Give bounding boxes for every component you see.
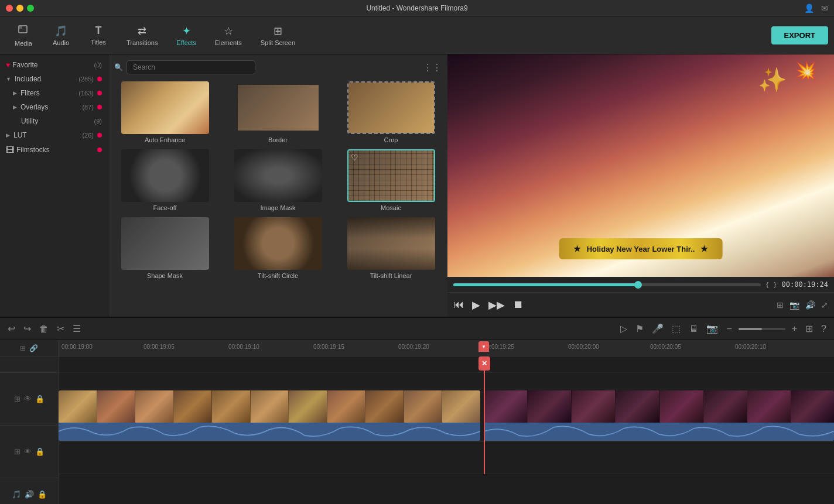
tiltshift-circle-label: Tilt-shift Circle bbox=[258, 272, 298, 279]
audio-track-grid-icon[interactable]: ⊞ bbox=[14, 447, 20, 456]
preview-snapshot-icon[interactable]: 📷 bbox=[789, 300, 799, 310]
titles-label: Titles bbox=[91, 39, 106, 46]
chevron-right-icon: ▶ bbox=[13, 90, 17, 96]
track-grid-icon[interactable]: ⊞ bbox=[14, 395, 20, 403]
tiltshift-linear-thumb bbox=[347, 217, 435, 270]
sidebar-item-favorite[interactable]: ♥ Favorite (0) bbox=[0, 58, 108, 72]
caption-icon[interactable]: ⬚ bbox=[670, 321, 682, 336]
effect-image-mask[interactable]: Image Mask bbox=[227, 149, 329, 211]
sidebar-utility-count: (9) bbox=[94, 118, 102, 125]
effect-mosaic[interactable]: ♡ Mosaic bbox=[340, 149, 442, 211]
track-lock-icon[interactable]: 🔒 bbox=[35, 395, 45, 403]
media-icon bbox=[18, 23, 29, 38]
preview-time-display: 00:00:19:24 bbox=[782, 280, 828, 289]
svg-rect-1 bbox=[19, 26, 22, 29]
effect-face-off[interactable]: Face-off bbox=[114, 149, 216, 211]
timeline-scrollable[interactable]: 00:00:19:00 00:00:19:05 00:00:19:10 00:0… bbox=[59, 340, 834, 504]
splitscreen-label: Split Screen bbox=[261, 39, 295, 46]
zoom-out-icon[interactable]: − bbox=[724, 322, 733, 336]
toolbar-effects[interactable]: ✦ Effects bbox=[168, 21, 204, 50]
link-icon[interactable]: 🔗 bbox=[29, 344, 38, 352]
titlebar: Untitled - Wondershare Filmora9 👤 ✉ bbox=[0, 0, 834, 16]
zoom-slider[interactable] bbox=[739, 328, 785, 330]
flag-icon[interactable]: ⚑ bbox=[634, 321, 645, 336]
preview-scrubber[interactable] bbox=[634, 281, 642, 289]
sidebar-item-filmstocks[interactable]: 🎞 Filmstocks bbox=[0, 142, 108, 157]
audio-track-eye-icon[interactable]: 👁 bbox=[24, 447, 32, 456]
toolbar-elements[interactable]: ☆ Elements bbox=[207, 21, 250, 50]
effect-tiltshift-linear[interactable]: Tilt-shift Linear bbox=[340, 217, 442, 279]
undo-button[interactable]: ↩ bbox=[6, 321, 17, 336]
preview-progress-bar[interactable] bbox=[453, 283, 761, 286]
sidebar-item-filters[interactable]: ▶ Filters (163) bbox=[0, 86, 108, 100]
mic-icon[interactable]: 🎤 bbox=[650, 321, 665, 336]
track-eye-icon[interactable]: 👁 bbox=[24, 395, 32, 403]
toolbar-transitions[interactable]: ⇄ Transitions bbox=[118, 21, 166, 50]
play-timeline-icon[interactable]: ▷ bbox=[618, 321, 629, 336]
crop-label: Crop bbox=[384, 136, 398, 143]
screen-record-icon[interactable]: 🖥 bbox=[687, 322, 700, 336]
traffic-lights bbox=[6, 5, 34, 12]
video-clip-left[interactable] bbox=[59, 390, 480, 441]
grid-view-icon[interactable]: ⋮⋮ bbox=[423, 62, 442, 73]
toolbar-audio[interactable]: 🎵 Audio bbox=[43, 21, 78, 50]
playhead-line bbox=[484, 356, 485, 474]
tl-right-tools: ▷ ⚑ 🎤 ⬚ 🖥 📷 − + ⊞ ? bbox=[618, 321, 828, 336]
video-track-controls: ⊞ 👁 🔒 bbox=[0, 373, 58, 426]
list-button[interactable]: ☰ bbox=[71, 321, 83, 336]
music-lock-icon[interactable]: 🔒 bbox=[37, 490, 47, 499]
minimize-button[interactable] bbox=[16, 5, 23, 12]
snapshot-tl-icon[interactable]: 📷 bbox=[705, 321, 720, 336]
effect-tiltshift-circle[interactable]: Tilt-shift Circle bbox=[227, 217, 329, 279]
effects-grid: Auto Enhance Border Crop bbox=[114, 81, 442, 279]
export-button[interactable]: EXPORT bbox=[771, 26, 828, 44]
toolbar-media[interactable]: Media bbox=[6, 20, 41, 50]
maximize-button[interactable] bbox=[27, 5, 34, 12]
effect-crop[interactable]: Crop bbox=[340, 81, 442, 143]
help-icon[interactable]: ? bbox=[819, 322, 828, 336]
delete-button[interactable]: 🗑 bbox=[37, 322, 50, 336]
sidebar-included-label: Included bbox=[15, 75, 76, 83]
effect-auto-enhance[interactable]: Auto Enhance bbox=[114, 81, 216, 143]
next-frame-button[interactable]: ▶▶ bbox=[488, 299, 505, 311]
audio-track-lock-icon[interactable]: 🔒 bbox=[35, 447, 45, 456]
video-clip-right[interactable] bbox=[484, 390, 834, 441]
sidebar-item-utility[interactable]: Utility (9) bbox=[0, 114, 108, 128]
preview-expand-icon[interactable]: ⤢ bbox=[821, 300, 828, 310]
elements-label: Elements bbox=[215, 39, 242, 46]
grid-tl-icon[interactable]: ⊞ bbox=[804, 321, 815, 336]
zoom-in-icon[interactable]: + bbox=[790, 322, 799, 336]
add-track-icon[interactable]: ⊞ bbox=[20, 344, 26, 352]
filters-dot bbox=[97, 91, 102, 95]
filmstocks-dot bbox=[97, 148, 102, 152]
sidebar-item-lut[interactable]: ▶ LUT (26) bbox=[0, 128, 108, 142]
play-button[interactable]: ▶ bbox=[472, 299, 480, 311]
user-icon[interactable]: 👤 bbox=[804, 4, 814, 13]
redo-button[interactable]: ↪ bbox=[22, 321, 33, 336]
search-input[interactable] bbox=[127, 60, 255, 74]
sidebar-item-included[interactable]: ▼ Included (285) bbox=[0, 72, 108, 86]
preview-volume-icon[interactable]: 🔊 bbox=[805, 300, 815, 310]
ruler-mark-3: 00:00:19:15 bbox=[313, 344, 344, 350]
cut-button[interactable]: ✂ bbox=[55, 321, 66, 336]
prev-frame-button[interactable]: ⏮ bbox=[453, 299, 464, 311]
ruler-mark-2: 00:00:19:10 bbox=[228, 344, 259, 350]
tiltshift-circle-thumb bbox=[234, 217, 322, 270]
mail-icon[interactable]: ✉ bbox=[821, 4, 828, 13]
music-icon[interactable]: 🎵 bbox=[12, 490, 21, 499]
heart-icon: ♥ bbox=[6, 61, 10, 69]
music-vol-icon[interactable]: 🔊 bbox=[25, 490, 34, 499]
preview-fullscreen-icon[interactable]: ⊞ bbox=[777, 300, 784, 310]
ruler-mark-7: 00:00:20:05 bbox=[650, 344, 681, 350]
stop-button[interactable]: ⏹ bbox=[513, 299, 524, 311]
border-label: Border bbox=[268, 136, 288, 143]
toolbar-titles[interactable]: T Titles bbox=[81, 21, 116, 49]
sidebar-favorite-count: (0) bbox=[94, 61, 102, 68]
effect-border[interactable]: Border bbox=[227, 81, 329, 143]
transitions-label: Transitions bbox=[127, 39, 158, 46]
toolbar-splitscreen[interactable]: ⊞ Split Screen bbox=[252, 21, 303, 50]
effect-shape-mask[interactable]: Shape Mask bbox=[114, 217, 216, 279]
timeline: ↩ ↪ 🗑 ✂ ☰ ▷ ⚑ 🎤 ⬚ 🖥 📷 − + ⊞ ? bbox=[0, 317, 834, 504]
sidebar-item-overlays[interactable]: ▶ Overlays (87) bbox=[0, 100, 108, 114]
close-button[interactable] bbox=[6, 5, 13, 12]
